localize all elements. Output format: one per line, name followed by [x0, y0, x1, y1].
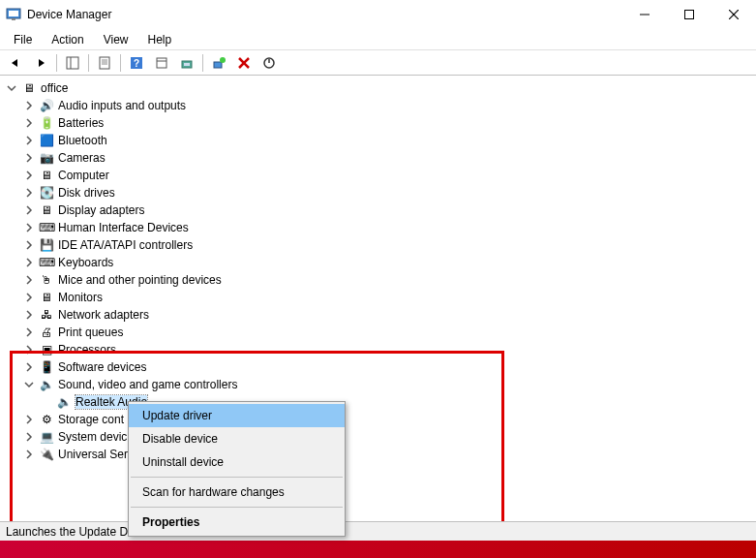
tree-category-label: Cameras — [58, 151, 106, 165]
context-menu-item[interactable]: Scan for hardware changes — [129, 480, 345, 504]
camera-icon: 📷 — [39, 150, 54, 166]
monitor-icon: 🖥 — [39, 290, 54, 305]
menu-action[interactable]: Action — [44, 31, 91, 48]
tree-category[interactable]: ⌨Keyboards — [23, 254, 750, 271]
svg-point-20 — [220, 57, 226, 63]
menu-view[interactable]: View — [96, 31, 136, 48]
help-button[interactable]: ? — [125, 52, 148, 74]
keyboard-icon: ⌨ — [39, 255, 54, 270]
svg-rect-18 — [184, 63, 190, 66]
expander-closed-icon[interactable] — [23, 292, 35, 303]
tree-category-label: Batteries — [58, 116, 104, 130]
context-menu-item[interactable]: Update driver — [129, 404, 345, 427]
expander-closed-icon[interactable] — [23, 222, 35, 233]
expander-open-icon[interactable] — [23, 379, 35, 390]
svg-rect-15 — [157, 58, 166, 68]
expander-closed-icon[interactable] — [23, 152, 35, 164]
uninstall-button[interactable] — [232, 52, 256, 74]
forward-button[interactable] — [29, 52, 52, 74]
device-tree[interactable]: 🖥office🔊Audio inputs and outputs🔋Batteri… — [0, 76, 756, 537]
tree-root-label: office — [41, 81, 68, 95]
expander-closed-icon[interactable] — [23, 187, 35, 199]
menu-file[interactable]: File — [6, 31, 40, 48]
tree-category-label: Display adapters — [58, 203, 144, 217]
expander-closed-icon[interactable] — [23, 274, 35, 286]
context-menu-item[interactable]: Properties — [129, 511, 345, 534]
expander-closed-icon[interactable] — [23, 204, 35, 216]
tree-category-label: Network adapters — [58, 308, 149, 322]
context-menu-item[interactable]: Uninstall device — [129, 450, 345, 474]
svg-rect-1 — [9, 11, 18, 16]
tree-category-label: Keyboards — [58, 256, 113, 269]
expander-closed-icon[interactable] — [23, 449, 35, 460]
action-button[interactable] — [150, 52, 173, 74]
context-menu-item[interactable]: Disable device — [129, 427, 345, 450]
tree-category[interactable]: 💽Disk drives — [23, 184, 750, 202]
close-button[interactable] — [711, 0, 756, 29]
expander-closed-icon[interactable] — [23, 309, 35, 321]
printer-icon: 🖨 — [39, 325, 54, 340]
maximize-button[interactable] — [667, 0, 711, 29]
expander-closed-icon[interactable] — [23, 239, 35, 251]
tree-category-label: System devic — [58, 430, 127, 444]
tree-category[interactable]: 🟦Bluetooth — [23, 132, 750, 149]
expander-closed-icon[interactable] — [23, 344, 35, 356]
expander-closed-icon[interactable] — [23, 135, 35, 146]
speaker-icon: 🔊 — [39, 98, 54, 113]
statusbar: Launches the Update Driver Wizard for th… — [0, 521, 756, 541]
hid-icon: ⌨ — [39, 220, 54, 235]
context-menu-separator — [131, 477, 343, 478]
tree-category[interactable]: 🖥Computer — [23, 167, 750, 184]
expander-closed-icon[interactable] — [23, 431, 35, 443]
expander-closed-icon[interactable] — [23, 100, 35, 111]
expander-closed-icon[interactable] — [23, 326, 35, 338]
tree-category[interactable]: 🖧Network adapters — [23, 306, 750, 324]
bluetooth-icon: 🟦 — [39, 133, 54, 148]
titlebar: Device Manager — [0, 0, 756, 29]
disk-icon: 💽 — [39, 185, 54, 201]
svg-rect-9 — [100, 57, 109, 69]
pc-icon: 🖥 — [21, 80, 37, 96]
window-controls — [622, 0, 756, 29]
usb-icon: 🔌 — [39, 447, 54, 462]
update-driver-button[interactable] — [175, 52, 198, 74]
svg-text:?: ? — [134, 58, 139, 69]
bottom-strip — [0, 541, 756, 558]
tree-root[interactable]: 🖥office — [6, 79, 750, 97]
tree-category[interactable]: 🖥Display adapters — [23, 202, 750, 219]
tree-category[interactable]: 🖱Mice and other pointing devices — [23, 271, 750, 289]
tree-category-label: Bluetooth — [58, 134, 107, 147]
tree-category[interactable]: ⌨Human Interface Devices — [23, 219, 750, 236]
scan-hardware-button[interactable] — [207, 52, 230, 74]
tree-category-label: Processors — [58, 343, 116, 356]
expander-open-icon[interactable] — [6, 82, 17, 94]
tree-category[interactable]: 🖥Monitors — [23, 289, 750, 306]
tree-category[interactable]: 📷Cameras — [23, 149, 750, 167]
tree-category[interactable]: 🔈Sound, video and game controllers — [23, 376, 750, 393]
minimize-button[interactable] — [622, 0, 667, 29]
tree-category[interactable]: 🖨Print queues — [23, 324, 750, 341]
properties-button[interactable] — [93, 52, 116, 74]
expander-closed-icon[interactable] — [23, 361, 35, 373]
context-menu-separator — [131, 507, 343, 508]
tree-category-label: Computer — [58, 169, 109, 182]
back-button[interactable] — [4, 52, 27, 74]
show-hide-tree-button[interactable] — [61, 52, 84, 74]
tree-category-label: Storage cont — [58, 413, 124, 426]
tree-category[interactable]: ▣Processors — [23, 341, 750, 358]
expander-closed-icon[interactable] — [23, 117, 35, 129]
tree-category[interactable]: 🔊Audio inputs and outputs — [23, 97, 750, 114]
disable-button[interactable] — [257, 52, 281, 74]
menubar: File Action View Help — [0, 29, 756, 50]
tree-category[interactable]: 🔋Batteries — [23, 114, 750, 132]
tree-category[interactable]: 📱Software devices — [23, 358, 750, 376]
tree-category-label: Disk drives — [58, 186, 115, 200]
expander-closed-icon[interactable] — [23, 257, 35, 268]
sound-icon: 🔈 — [56, 394, 72, 410]
menu-help[interactable]: Help — [140, 31, 180, 48]
monitor-icon: 🖥 — [39, 202, 54, 218]
tree-category[interactable]: 💾IDE ATA/ATAPI controllers — [23, 236, 750, 254]
expander-closed-icon[interactable] — [23, 170, 35, 181]
expander-closed-icon[interactable] — [23, 414, 35, 425]
svg-rect-7 — [67, 57, 78, 69]
